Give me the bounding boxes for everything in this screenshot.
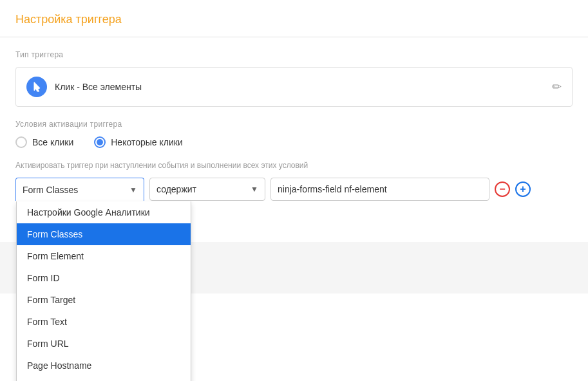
value-input[interactable] bbox=[270, 178, 489, 201]
edit-icon[interactable]: ✏ bbox=[552, 80, 562, 94]
dropdown-item-form-target[interactable]: Form Target bbox=[17, 289, 191, 311]
condition-label: Активировать триггер при наступлении соб… bbox=[15, 161, 573, 170]
trigger-type-label: Тип триггера bbox=[15, 50, 573, 59]
operator-value: содержит bbox=[156, 184, 196, 194]
condition-row: Form Classes ▼ Настройки Google Аналитик… bbox=[15, 178, 573, 201]
activation-section: Условия активации триггера Все клики Нек… bbox=[15, 120, 573, 148]
dropdown-item-google-analytics[interactable]: Настройки Google Аналитики bbox=[17, 201, 191, 223]
field-dropdown-value: Form Classes bbox=[23, 185, 78, 195]
radio-all-circle bbox=[15, 136, 27, 148]
field-dropdown[interactable]: Form Classes ▼ Настройки Google Аналитик… bbox=[15, 178, 144, 201]
trigger-name: Клик - Все элементы bbox=[55, 82, 142, 92]
radio-group: Все клики Некоторые клики bbox=[15, 136, 573, 148]
dropdown-item-form-element[interactable]: Form Element bbox=[17, 245, 191, 267]
add-condition-button[interactable]: + bbox=[515, 181, 531, 197]
trigger-type-box: Клик - Все элементы ✏ bbox=[15, 67, 573, 107]
trigger-icon bbox=[26, 77, 47, 97]
trigger-type-left: Клик - Все элементы bbox=[26, 77, 142, 97]
page-title: Настройка триггера bbox=[15, 13, 573, 26]
activation-label: Условия активации триггера bbox=[15, 120, 573, 129]
radio-some-clicks[interactable]: Некоторые клики bbox=[94, 136, 182, 148]
page-container: Настройка триггера Тип триггера Клик - В… bbox=[0, 0, 588, 381]
dropdown-item-page-path[interactable]: Page Path bbox=[17, 376, 191, 381]
radio-all-label: Все клики bbox=[32, 137, 73, 147]
dropdown-item-page-hostname[interactable]: Page Hostname bbox=[17, 355, 191, 376]
content-area: Тип триггера Клик - Все элементы ✏ Услов… bbox=[0, 37, 588, 216]
radio-all-clicks[interactable]: Все клики bbox=[15, 136, 73, 148]
dropdown-item-form-id[interactable]: Form ID bbox=[17, 267, 191, 289]
dropdown-item-form-classes[interactable]: Form Classes bbox=[17, 223, 191, 245]
operator-dropdown-arrow-icon: ▼ bbox=[251, 185, 258, 194]
header: Настройка триггера bbox=[0, 0, 588, 37]
dropdown-menu: Настройки Google Аналитики Form Classes … bbox=[16, 201, 191, 381]
dropdown-item-form-text[interactable]: Form Text bbox=[17, 311, 191, 333]
radio-some-label: Некоторые клики bbox=[111, 137, 182, 147]
dropdown-item-form-url[interactable]: Form URL bbox=[17, 333, 191, 355]
dropdown-arrow-icon: ▼ bbox=[129, 185, 137, 194]
radio-some-circle bbox=[94, 136, 106, 148]
remove-condition-button[interactable]: − bbox=[495, 181, 510, 197]
operator-dropdown[interactable]: содержит ▼ bbox=[149, 178, 265, 201]
